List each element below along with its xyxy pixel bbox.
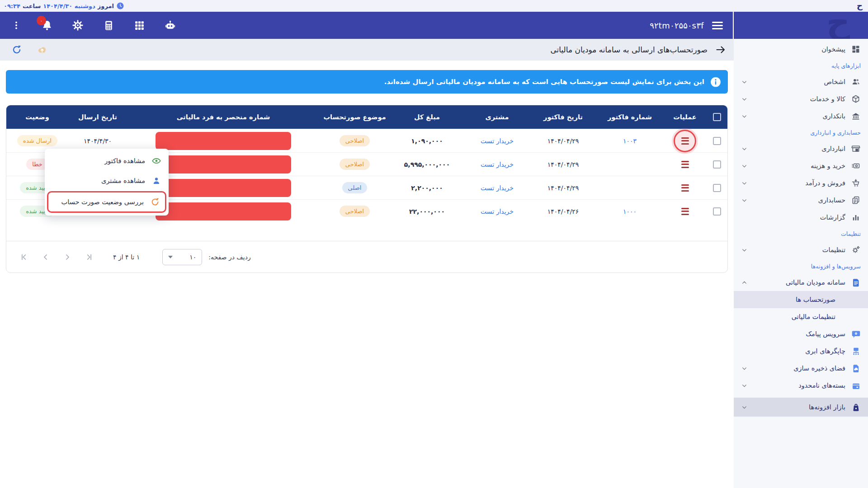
sidebar-item-storage-space[interactable]: فضای ذخیره سازی: [734, 360, 868, 377]
rows-per-page-select[interactable]: ۱۰: [162, 249, 202, 265]
sidebar-item-settings[interactable]: تنظیمات: [734, 241, 868, 258]
row-actions-button[interactable]: [681, 184, 689, 192]
menu-item-label: بررسی وضعیت صورت حساب: [61, 198, 144, 206]
total-amount: ۱,۰۹۰,۰۰۰: [411, 137, 443, 145]
row-checkbox[interactable]: [713, 207, 721, 216]
table-header: عملیات شماره فاکتور تاریخ فاکتور مشتری م…: [6, 105, 727, 129]
robot-assistant-icon[interactable]: [164, 19, 176, 32]
rows-per-page-value: ۱۰: [189, 253, 196, 261]
customer-link[interactable]: خریدار تست: [481, 137, 514, 145]
select-all-checkbox[interactable]: [713, 113, 721, 121]
sidebar-subitem-tax-settings[interactable]: تنظیمات مالیاتی: [734, 308, 868, 325]
customer-link[interactable]: خریدار تست: [481, 161, 514, 168]
column-header-send-date: تاریخ ارسال: [68, 105, 127, 129]
top-navbar: ۹۲tm۰۲۵۵۰s۳f ۰: [0, 12, 733, 39]
total-amount: ۲,۲۰۰,۰۰۰: [411, 184, 443, 192]
info-icon: [710, 76, 722, 88]
clock-icon: [116, 2, 124, 10]
nav-row: ح ۹۲tm۰۲۵۵۰s۳f ۰: [0, 12, 868, 39]
pager-next-page-button[interactable]: [62, 252, 72, 262]
invoice-date: ۱۴۰۴/۰۴/۲۹: [530, 129, 596, 152]
customer-link[interactable]: خریدار تست: [481, 184, 514, 192]
menu-toggle-icon[interactable]: [712, 22, 723, 29]
sidebar-header: ح: [734, 12, 868, 39]
notification-badge: ۰: [37, 16, 46, 25]
sidebar-section-services-addons: سرویس‌ها و افزونه‌ها: [734, 258, 868, 274]
brand-logo-watermark: ح: [826, 12, 850, 38]
sidebar-item-addons-market[interactable]: بازار افزونه‌ها: [734, 398, 868, 417]
documents-icon: [851, 195, 861, 205]
chevron-down-icon: [741, 365, 747, 371]
table-empty-space: [6, 223, 727, 241]
sidebar-item-goods-services[interactable]: کالا و خدمات: [734, 90, 868, 108]
tax-document-icon: [851, 277, 861, 287]
row-actions-button[interactable]: [681, 161, 689, 168]
menu-item-label: مشاهده فاکتور: [104, 157, 145, 164]
sidebar-item-reports[interactable]: گزارشات: [734, 209, 868, 226]
column-header-subject: موضوع صورتحساب: [320, 105, 390, 129]
sidebar-item-tax-system[interactable]: سامانه مودیان مالیاتی: [734, 274, 868, 291]
menu-item-label: مشاهده مشتری: [101, 177, 145, 184]
chevron-down-icon: [741, 163, 747, 169]
sidebar-subitem-invoices[interactable]: صورتحساب ها: [734, 291, 868, 308]
person-icon: [151, 176, 161, 186]
apps-grid-icon[interactable]: [133, 19, 146, 32]
chevron-down-icon: [741, 247, 747, 253]
rows-per-page-label: ردیف در صفحه:: [208, 253, 251, 261]
refresh-icon[interactable]: [11, 44, 23, 56]
menu-item-view-invoice[interactable]: مشاهده فاکتور: [45, 151, 169, 171]
business-id[interactable]: ۹۲tm۰۲۵۵۰s۳f: [650, 21, 704, 30]
invoice-number-link[interactable]: ۱۰۰۰: [623, 208, 637, 215]
pagination-bar: ردیف در صفحه: ۱۰ ۱ تا ۴ از ۴: [6, 241, 727, 272]
info-banner: این بخش برای نمایش لیست صورتحساب هایی اس…: [6, 70, 728, 94]
redacted-tax-uid: [156, 202, 291, 221]
redacted-tax-uid: [156, 132, 291, 150]
kebab-menu-icon[interactable]: [10, 19, 23, 32]
menu-item-view-customer[interactable]: مشاهده مشتری: [45, 171, 169, 191]
sidebar-item-accounting[interactable]: حسابداری: [734, 192, 868, 209]
chevron-down-icon: [741, 96, 747, 102]
back-arrow-icon[interactable]: [715, 44, 726, 56]
column-header-status: وضعیت: [6, 105, 68, 129]
settings-gear-icon[interactable]: [71, 19, 84, 32]
top-strip: ح امروز دوشنبه ۱۴۰۴/۴/۳۰ ساعت ۰۹:۳۴: [0, 0, 868, 12]
subject-badge: اصلی: [342, 182, 368, 193]
refresh-icon: [150, 197, 160, 207]
row-checkbox[interactable]: [713, 137, 721, 145]
sidebar-section-accounting-warehousing: حسابداری و انبارداری: [734, 125, 868, 140]
invoice-date: ۱۴۰۴/۰۴/۲۶: [530, 200, 596, 223]
row-actions-button[interactable]: [681, 208, 689, 215]
bank-icon: [851, 111, 861, 121]
sidebar-item-banking[interactable]: بانکداری: [734, 108, 868, 125]
cloud-upload-icon[interactable]: [36, 44, 48, 56]
sidebar-item-unlimited-packages[interactable]: بسته‌های نامحدود: [734, 377, 868, 394]
subject-badge: اصلاحی: [340, 135, 370, 146]
sidebar-item-dashboard[interactable]: پیشخوان: [734, 41, 868, 58]
brand-logo-mini: ح: [857, 2, 863, 10]
menu-item-check-invoice-status[interactable]: بررسی وضعیت صورت حساب: [47, 191, 166, 213]
shopping-bag-icon: [851, 402, 861, 412]
sidebar-item-purchase-expense[interactable]: خرید و هزینه: [734, 157, 868, 174]
sidebar-item-warehousing[interactable]: انبارداری: [734, 140, 868, 157]
sidebar-item-persons[interactable]: اشخاص: [734, 73, 868, 90]
sidebar-item-cloud-printers[interactable]: چاپگرهای ابری: [734, 343, 868, 360]
invoice-number-link[interactable]: ۱۰۰۳: [623, 137, 637, 145]
pager-prev-page-button[interactable]: [41, 252, 51, 262]
sidebar-item-sales-income[interactable]: فروش و درآمد: [734, 174, 868, 192]
sidebar-item-sms-service[interactable]: سرویس پیامک: [734, 325, 868, 343]
calculator-icon[interactable]: [102, 19, 115, 32]
status-badge: ارسال شده: [17, 135, 57, 146]
row-actions-menu: مشاهده فاکتور مشاهده مشتری بررسی وضعیت ص…: [45, 149, 169, 216]
column-header-invoice-number: شماره فاکتور: [596, 105, 663, 129]
pager-last-page-button[interactable]: [84, 252, 94, 262]
info-banner-text: این بخش برای نمایش لیست صورتحساب هایی اس…: [384, 78, 704, 86]
row-checkbox[interactable]: [713, 184, 721, 192]
notifications-bell-icon[interactable]: ۰: [41, 19, 53, 32]
pager-first-page-button[interactable]: [19, 252, 29, 262]
customer-link[interactable]: خریدار تست: [481, 208, 514, 215]
highlight-ring: [674, 130, 696, 152]
time-value: ۰۹:۳۴: [4, 3, 20, 9]
eye-icon: [151, 156, 161, 166]
row-actions-button[interactable]: [681, 137, 689, 145]
row-checkbox[interactable]: [713, 160, 721, 169]
